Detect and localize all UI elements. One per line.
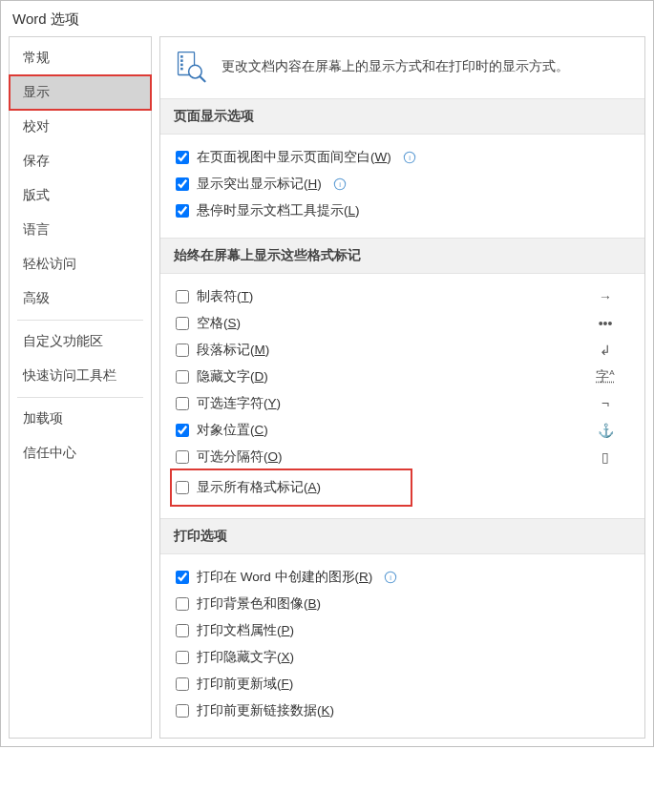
label-hidden-text: 隐藏文字(D) (197, 368, 268, 385)
info-icon[interactable]: i (384, 571, 397, 584)
options-dialog: Word 选项 常规 显示 校对 保存 版式 语言 轻松访问 高级 自定义功能区… (0, 0, 654, 747)
label-print-hidden: 打印隐藏文字(X) (197, 649, 294, 666)
checkbox-show-whitespace[interactable] (176, 151, 189, 164)
symbol-break: ▯ (581, 449, 629, 465)
sidebar-item-proofing[interactable]: 校对 (10, 110, 151, 144)
section-header-print: 打印选项 (160, 518, 644, 554)
label-paragraph: 段落标记(M) (197, 342, 269, 359)
section-print: 打印在 Word 中创建的图形(R) i 打印背景色和图像(B) 打印文档属性(… (160, 554, 644, 738)
page-magnifier-icon (176, 51, 208, 83)
sidebar-item-layout[interactable]: 版式 (10, 178, 151, 213)
label-show-whitespace: 在页面视图中显示页面间空白(W) (197, 149, 391, 166)
sidebar-item-save[interactable]: 保存 (10, 144, 151, 178)
checkbox-print-props[interactable] (176, 624, 189, 637)
label-anchors: 对象位置(C) (197, 422, 268, 439)
symbol-paragraph: ↲ (581, 343, 629, 358)
symbol-hyphen: ¬ (581, 396, 629, 411)
checkbox-hidden-text[interactable] (176, 370, 189, 384)
checkbox-anchors[interactable] (176, 424, 189, 437)
hero-text: 更改文档内容在屏幕上的显示方式和在打印时的显示方式。 (222, 58, 569, 75)
sidebar-item-language[interactable]: 语言 (10, 213, 151, 247)
checkbox-show-tooltips[interactable] (176, 204, 189, 218)
sidebar-item-display[interactable]: 显示 (10, 75, 151, 110)
label-optional-break: 可选分隔符(O) (197, 448, 283, 466)
checkbox-show-highlight[interactable] (176, 177, 189, 191)
checkbox-spaces[interactable] (176, 317, 189, 330)
label-print-drawings: 打印在 Word 中创建的图形(R) (197, 569, 372, 586)
content-pane: 更改文档内容在屏幕上的显示方式和在打印时的显示方式。 页面显示选项 在页面视图中… (159, 36, 645, 739)
label-show-highlight: 显示突出显示标记(H) (197, 176, 322, 193)
info-icon[interactable]: i (333, 177, 347, 191)
sidebar-item-general[interactable]: 常规 (10, 41, 151, 75)
checkbox-print-hidden[interactable] (176, 651, 189, 664)
highlight-show-all: 显示所有格式标记(A) (172, 470, 411, 505)
sidebar-item-addins[interactable]: 加载项 (10, 402, 151, 436)
label-show-tooltips: 悬停时显示文档工具提示(L) (197, 202, 360, 219)
svg-rect-1 (180, 55, 183, 58)
checkbox-update-links[interactable] (176, 704, 189, 718)
label-spaces: 空格(S) (197, 315, 241, 332)
checkbox-tabs[interactable] (176, 290, 189, 303)
section-page-display: 在页面视图中显示页面间空白(W) i 显示突出显示标记(H) i 悬停时显示文档… (160, 135, 644, 238)
dialog-title: Word 选项 (1, 1, 653, 36)
svg-text:i: i (390, 573, 391, 582)
sidebar-item-ribbon[interactable]: 自定义功能区 (10, 324, 151, 359)
label-print-bg: 打印背景色和图像(B) (197, 595, 321, 613)
symbol-hidden: 字A (581, 368, 629, 385)
svg-line-6 (200, 76, 205, 81)
symbol-tab: → (581, 289, 629, 304)
label-print-props: 打印文档属性(P) (197, 622, 294, 639)
label-tabs: 制表符(T) (197, 288, 253, 305)
sidebar-separator (17, 320, 143, 321)
section-header-format-marks: 始终在屏幕上显示这些格式标记 (160, 238, 644, 274)
svg-text:i: i (339, 180, 341, 189)
checkbox-print-drawings[interactable] (176, 571, 189, 584)
label-update-fields: 打印前更新域(F) (197, 676, 293, 693)
sidebar-item-trust[interactable]: 信任中心 (10, 436, 151, 470)
checkbox-show-all[interactable] (176, 481, 189, 494)
section-header-page-display: 页面显示选项 (160, 98, 644, 135)
symbol-space: ••• (581, 316, 629, 331)
checkbox-update-fields[interactable] (176, 677, 189, 691)
label-update-links: 打印前更新链接数据(K) (197, 702, 334, 719)
sidebar-separator (17, 397, 143, 398)
hero: 更改文档内容在屏幕上的显示方式和在打印时的显示方式。 (160, 37, 644, 98)
sidebar-item-ease[interactable]: 轻松访问 (10, 247, 151, 281)
label-show-all: 显示所有格式标记(A) (197, 479, 321, 496)
checkbox-paragraph[interactable] (176, 344, 189, 357)
sidebar-item-advanced[interactable]: 高级 (10, 281, 151, 316)
section-format-marks: 制表符(T) → 空格(S) ••• 段落标记(M) ↲ 隐藏文字(D) 字A (160, 274, 644, 518)
svg-text:i: i (409, 154, 411, 162)
category-sidebar: 常规 显示 校对 保存 版式 语言 轻松访问 高级 自定义功能区 快速访问工具栏… (9, 36, 152, 739)
sidebar-item-qat[interactable]: 快速访问工具栏 (10, 359, 151, 393)
checkbox-optional-hyphen[interactable] (176, 397, 189, 410)
symbol-anchor: ⚓ (581, 423, 629, 438)
svg-rect-2 (180, 59, 183, 62)
label-optional-hyphen: 可选连字符(Y) (197, 395, 281, 412)
checkbox-print-bg[interactable] (176, 597, 189, 611)
svg-rect-4 (180, 68, 183, 71)
svg-rect-3 (180, 64, 183, 67)
info-icon[interactable]: i (403, 151, 416, 164)
checkbox-optional-break[interactable] (176, 450, 189, 464)
